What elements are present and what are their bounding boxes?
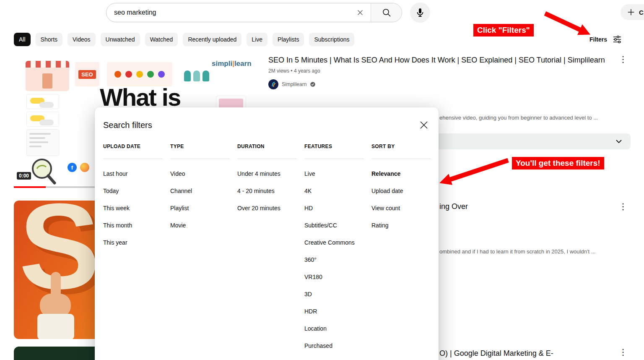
filter-option-live[interactable]: Live xyxy=(304,165,364,182)
search-bar: seo marketing xyxy=(106,3,402,22)
search-input[interactable]: seo marketing xyxy=(106,3,350,22)
chip-recently-uploaded[interactable]: Recently uploaded xyxy=(183,33,242,46)
thumb-collage-seo-card: SEO xyxy=(75,62,99,86)
filter-option-playlist[interactable]: Playlist xyxy=(170,199,230,217)
youtube-search-page: seo marketing C Filters All Shorts Video… xyxy=(0,0,644,360)
filter-option-video[interactable]: Video xyxy=(170,165,230,182)
search-filter-chips: All Shorts Videos Unwatched Watched Rece… xyxy=(14,33,354,46)
simplilearn-logo: simpli|learn xyxy=(212,60,252,68)
sort-option-view-count[interactable]: View count xyxy=(371,199,431,217)
filter-columns: UPLOAD DATE Last hour Today This week Th… xyxy=(103,143,439,354)
channel-avatar xyxy=(268,79,278,89)
seo-badge: SEO xyxy=(78,70,96,79)
verified-icon xyxy=(310,81,316,87)
chip-watched[interactable]: Watched xyxy=(145,33,178,46)
filter-option-subtitles-cc[interactable]: Subtitles/CC xyxy=(304,217,364,234)
chip-live[interactable]: Live xyxy=(247,33,267,46)
filter-option-this-month[interactable]: This month xyxy=(103,217,163,234)
thumb-collage-storefront xyxy=(26,61,69,91)
filter-sliders-icon xyxy=(612,34,622,44)
filter-column-duration: DURATION Under 4 minutes 4 - 20 minutes … xyxy=(237,143,297,354)
video-title-visible[interactable]: O) | Google Digital Marketing & E- xyxy=(439,349,553,358)
channel-name: Simplilearn xyxy=(282,81,306,87)
filter-option-creative-commons[interactable]: Creative Commons xyxy=(304,234,364,251)
search-button[interactable] xyxy=(371,3,402,22)
more-options-icon[interactable]: ⋮ xyxy=(619,202,627,211)
thumb-collage-screenshot xyxy=(26,129,59,156)
annotation-click-filters: Click "Filters" xyxy=(473,24,534,37)
firefox-icon xyxy=(80,163,89,172)
filter-option-under-4-minutes[interactable]: Under 4 minutes xyxy=(237,165,297,182)
column-header: SORT BY xyxy=(371,143,431,159)
filter-column-type: TYPE Video Channel Playlist Movie xyxy=(170,143,230,354)
sort-option-upload-date[interactable]: Upload date xyxy=(371,182,431,199)
video-result-1-info: SEO In 5 Minutes | What Is SEO And How D… xyxy=(268,55,609,89)
more-options-icon[interactable]: ⋮ xyxy=(619,55,627,63)
more-options-icon[interactable]: ⋮ xyxy=(619,348,627,356)
filter-option-vr180[interactable]: VR180 xyxy=(304,268,364,285)
magnifier-doodle-icon xyxy=(29,156,59,188)
annotation-you-get-filters: You'll get these filters! xyxy=(512,157,604,170)
facebook-icon: f xyxy=(68,163,77,172)
sort-option-relevance[interactable]: Relevance xyxy=(371,165,431,182)
plus-icon xyxy=(626,8,636,17)
filter-option-last-hour[interactable]: Last hour xyxy=(103,165,163,182)
filters-button[interactable]: Filters xyxy=(589,34,622,44)
timestamp-badge: 0:00 xyxy=(17,172,31,180)
filter-column-upload-date: UPLOAD DATE Last hour Today This week Th… xyxy=(103,143,163,354)
column-header: UPLOAD DATE xyxy=(103,143,163,159)
chip-subscriptions[interactable]: Subscriptions xyxy=(309,33,354,46)
modal-title: Search filters xyxy=(103,120,152,130)
voice-search-button[interactable] xyxy=(410,3,430,23)
sort-option-rating[interactable]: Rating xyxy=(371,217,431,234)
filter-option-location[interactable]: Location xyxy=(304,320,364,337)
filter-option-4-20-minutes[interactable]: 4 - 20 minutes xyxy=(237,182,297,199)
search-filters-modal: Search filters UPLOAD DATE Last hour Tod… xyxy=(95,107,439,360)
search-icon xyxy=(382,8,392,18)
video-meta: 2M views • 4 years ago xyxy=(268,68,609,74)
channel-row[interactable]: Simplilearn xyxy=(268,79,609,89)
modal-close-button[interactable] xyxy=(418,120,429,130)
chevron-down-icon xyxy=(614,136,624,146)
filter-option-this-year[interactable]: This year xyxy=(103,234,163,251)
chip-playlists[interactable]: Playlists xyxy=(273,33,304,46)
column-header: TYPE xyxy=(170,143,230,159)
close-icon xyxy=(419,120,429,130)
filter-column-sort-by: SORT BY Relevance Upload date View count… xyxy=(371,143,431,354)
thumb-collage-social: f xyxy=(68,163,89,172)
filter-option-this-week[interactable]: This week xyxy=(103,199,163,217)
create-button-label: C xyxy=(639,9,644,16)
close-icon xyxy=(356,8,365,17)
create-button[interactable]: C xyxy=(621,4,644,20)
filter-option-movie[interactable]: Movie xyxy=(170,217,230,234)
thumb-collage-people xyxy=(177,60,217,85)
filter-option-4k[interactable]: 4K xyxy=(304,182,364,199)
filter-column-features: FEATURES Live 4K HD Subtitles/CC Creativ… xyxy=(304,143,364,354)
video-description-visible: ombined and if I had to learn it from sc… xyxy=(439,248,595,255)
filter-option-hdr[interactable]: HDR xyxy=(304,303,364,320)
video-title-visible[interactable]: ing Over xyxy=(439,202,468,211)
clear-search-button[interactable] xyxy=(350,3,371,22)
filters-button-label: Filters xyxy=(589,36,607,43)
filter-option-over-20-minutes[interactable]: Over 20 minutes xyxy=(237,199,297,217)
chip-videos[interactable]: Videos xyxy=(68,33,96,46)
chip-all[interactable]: All xyxy=(14,33,31,46)
thumb-collage-chat-2 xyxy=(26,112,59,127)
microphone-icon xyxy=(415,8,425,18)
chip-shorts[interactable]: Shorts xyxy=(36,33,62,46)
column-header: DURATION xyxy=(237,143,297,159)
thumbnail-headline: What is xyxy=(100,83,180,111)
video-description-visible: ehensive video, guiding you from beginne… xyxy=(439,115,598,121)
annotation-arrow-to-filters xyxy=(543,11,595,39)
filter-option-3d[interactable]: 3D xyxy=(304,285,364,303)
annotation-arrow-to-modal xyxy=(428,154,512,190)
column-header: FEATURES xyxy=(304,143,364,159)
thumb-collage-chat-1 xyxy=(26,94,59,109)
filter-option-purchased[interactable]: Purchased xyxy=(304,337,364,354)
filter-option-channel[interactable]: Channel xyxy=(170,182,230,199)
filter-option-hd[interactable]: HD xyxy=(304,199,364,217)
chip-unwatched[interactable]: Unwatched xyxy=(101,33,140,46)
filter-option-360[interactable]: 360° xyxy=(304,251,364,268)
filter-option-today[interactable]: Today xyxy=(103,182,163,199)
video-title[interactable]: SEO In 5 Minutes | What Is SEO And How D… xyxy=(268,55,609,65)
